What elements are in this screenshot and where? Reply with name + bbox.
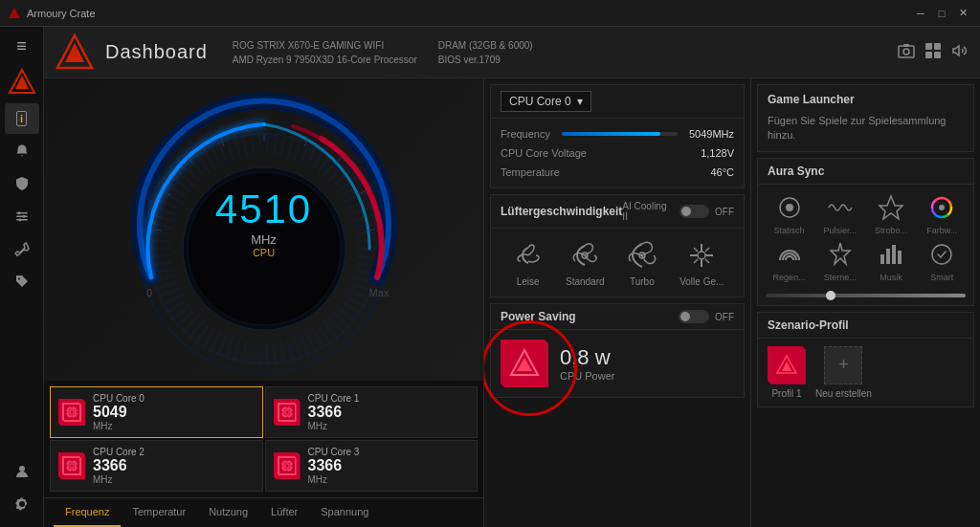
- grid-icon[interactable]: [924, 42, 942, 63]
- core-freq-0: 5049: [93, 404, 145, 421]
- rainbow-icon: [776, 241, 803, 268]
- fan-section: Lüftergeschwindigkeit AI Cooling II OFF: [490, 194, 745, 297]
- fan-preset-turbo[interactable]: Turbo: [625, 238, 659, 287]
- core-icon-2: [58, 452, 85, 479]
- gear-icon: [14, 496, 30, 512]
- freq-bar-container: [562, 132, 678, 136]
- svg-point-6: [18, 218, 21, 221]
- core-card-2[interactable]: CPU Core 2 3366 MHz: [50, 440, 263, 492]
- aura-musik[interactable]: Musik: [868, 239, 915, 282]
- screenshot-icon[interactable]: [898, 42, 915, 63]
- tag-icon: [14, 274, 30, 289]
- maximize-button[interactable]: □: [932, 5, 951, 22]
- sidebar-item-menu[interactable]: ≡: [5, 31, 39, 61]
- sidebar-item-info[interactable]: i: [5, 103, 39, 134]
- core-info-1: CPU Core 1 3366 MHz: [308, 393, 360, 431]
- fan-preset-standard[interactable]: Standard: [566, 238, 605, 287]
- power-section: Power Saving OFF: [490, 303, 745, 398]
- fan-slow-icon: [513, 240, 544, 271]
- cpu-select[interactable]: CPU Core 0 ▾: [501, 91, 591, 112]
- svg-point-75: [640, 254, 643, 257]
- freq-value: 5049MHz: [689, 128, 734, 140]
- info-icon: i: [16, 111, 27, 126]
- sidebar-item-gear[interactable]: [5, 489, 39, 519]
- minimize-button[interactable]: ─: [911, 5, 930, 22]
- svg-point-5: [22, 215, 25, 218]
- svg-rect-95: [898, 251, 902, 264]
- cpu-voltage-row: CPU Core Voltage 1,128V: [501, 143, 734, 163]
- tab-spannung[interactable]: Spannung: [309, 498, 380, 527]
- svg-rect-14: [934, 43, 941, 50]
- header-info: ROG STRIX X670-E GAMING WIFI AMD Ryzen 9…: [233, 38, 417, 67]
- fan-toggle[interactable]: [679, 205, 709, 218]
- cpu-freq-row: Frequency 5049MHz: [501, 124, 734, 143]
- aura-farbw[interactable]: Farbw...: [919, 192, 966, 235]
- tab-frequenz[interactable]: Frequenz: [54, 498, 121, 527]
- aura-regen[interactable]: Regen...: [766, 239, 813, 282]
- color-wheel-icon: [928, 194, 955, 221]
- power-toggle[interactable]: [679, 310, 709, 323]
- aura-statisch[interactable]: Statisch: [766, 192, 813, 235]
- svg-rect-94: [892, 245, 896, 264]
- content-body: 0 Max 4510 MHz: [44, 78, 980, 527]
- core-card-1[interactable]: CPU Core 1 3366 MHz: [265, 386, 479, 438]
- cpu-info-header: CPU Core 0 ▾: [491, 85, 744, 119]
- svg-line-80: [694, 248, 698, 252]
- svg-rect-54: [70, 464, 74, 468]
- tab-luefter[interactable]: Lüfter: [259, 498, 309, 527]
- core-card-0[interactable]: CPU Core 0 5049 MHz: [50, 386, 263, 438]
- svg-rect-44: [285, 410, 289, 414]
- svg-rect-63: [283, 462, 291, 470]
- aura-statisch-icon: [774, 192, 805, 223]
- sidebar-item-tag[interactable]: [5, 266, 39, 296]
- aura-slider[interactable]: [758, 290, 973, 305]
- power-icon-box: [501, 340, 548, 387]
- titlebar: Armoury Crate ─ □ ✕: [0, 0, 980, 27]
- aura-smart-label: Smart: [930, 273, 953, 282]
- profile-item-1[interactable]: Profil 1: [768, 346, 806, 399]
- fan-preset-leise[interactable]: Leise: [511, 238, 546, 287]
- tab-temperatur[interactable]: Temperatur: [121, 498, 197, 527]
- tab-nutzung[interactable]: Nutzung: [197, 498, 259, 527]
- core-freq-3: 3366: [308, 457, 360, 474]
- profile-label-1: Profil 1: [771, 388, 801, 399]
- speaker-icon[interactable]: [951, 42, 969, 63]
- core-name-3: CPU Core 3: [308, 447, 360, 457]
- profile-label-new: Neu erstellen: [815, 388, 872, 399]
- sidebar-item-tools[interactable]: [5, 233, 39, 264]
- sidebar-logo[interactable]: [5, 67, 39, 98]
- aura-slider-thumb[interactable]: [826, 291, 835, 300]
- svg-rect-64: [285, 464, 289, 468]
- sidebar: ≡ i: [0, 27, 44, 527]
- profile-add-icon[interactable]: +: [824, 346, 862, 384]
- core-icon-3: [274, 452, 301, 479]
- core-mhz-1: MHz: [308, 421, 360, 431]
- sidebar-item-user[interactable]: [5, 456, 39, 487]
- profile-item-new[interactable]: + Neu erstellen: [815, 346, 872, 399]
- aura-pulsier[interactable]: Pulsier...: [816, 192, 863, 235]
- sidebar-item-notifications[interactable]: [5, 136, 39, 166]
- aura-farbw-icon: [926, 192, 957, 223]
- titlebar-controls: ─ □ ✕: [911, 5, 972, 22]
- core-card-3[interactable]: CPU Core 3 3366 MHz: [265, 440, 479, 492]
- cpu-select-label: CPU Core 0: [509, 95, 571, 108]
- gauge-value: 4510: [215, 187, 312, 232]
- fan-volle-icon: [684, 238, 719, 273]
- svg-rect-43: [283, 408, 291, 416]
- fan-preset-volle[interactable]: Volle Ge...: [679, 238, 724, 287]
- close-button[interactable]: ✕: [953, 5, 972, 22]
- svg-rect-10: [899, 46, 914, 57]
- sidebar-item-settings[interactable]: [5, 201, 39, 231]
- aura-sync-section: Aura Sync Statisch: [757, 158, 974, 306]
- sidebar-item-shield[interactable]: [5, 168, 39, 199]
- svg-point-4: [17, 211, 20, 214]
- fan-title: Lüftergeschwindigkeit: [501, 205, 622, 218]
- aura-sterne[interactable]: Sterne...: [816, 239, 863, 282]
- aura-strobo[interactable]: Strobo...: [868, 192, 915, 235]
- core-cards: CPU Core 0 5049 MHz: [44, 381, 483, 497]
- aura-smart[interactable]: Smart: [919, 239, 966, 282]
- svg-rect-92: [880, 254, 884, 264]
- core-freq-2: 3366: [93, 457, 145, 474]
- core-mhz-0: MHz: [93, 421, 145, 431]
- fan-preset-standard-label: Standard: [566, 276, 605, 287]
